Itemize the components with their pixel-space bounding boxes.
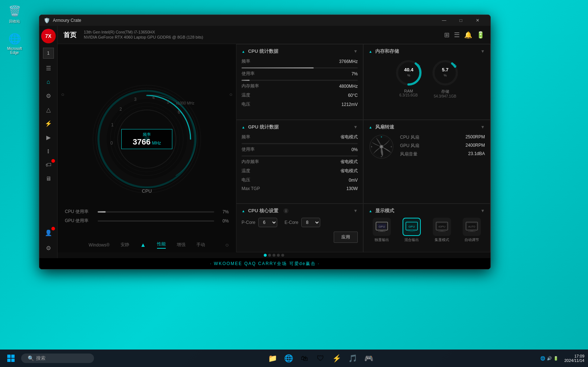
mode-silent[interactable]: 安静 <box>121 242 129 248</box>
cpu-usage-row: CPU 使用率 7% <box>65 209 229 215</box>
taskbar-tray: 🌐 🔊 🔋 17:09 2024/11/14 <box>540 354 584 363</box>
taskbar-app-music[interactable]: 🎵 <box>345 351 360 366</box>
header-icons: ⊞ ☰ 🔔 🔋 <box>444 31 485 39</box>
fan-panel: ▲ 风扇转速 ▼ <box>363 120 490 204</box>
taskbar-search[interactable]: 🔍 搜索 <box>21 354 94 363</box>
svg-rect-56 <box>11 359 15 362</box>
window-controls: — □ ✕ <box>436 15 486 26</box>
fan-stats: CPU 风扇 2500RPM GPU 风扇 2400RPM 风扇音量 <box>400 134 485 159</box>
list-icon[interactable]: ☰ <box>454 31 460 39</box>
minimize-button[interactable]: — <box>436 15 452 26</box>
sidebar-item-menu[interactable]: ☰ <box>41 62 56 75</box>
fan-collapse[interactable]: ▼ <box>481 125 485 130</box>
maximize-button[interactable]: □ <box>452 15 469 26</box>
sidebar-item-lightning[interactable]: ⚡ <box>41 117 56 130</box>
gauge-section: 0 1 2 3 4 5 6 x1000 MHz <box>58 44 236 252</box>
taskbar-app-edge[interactable]: 🌐 <box>281 351 296 366</box>
recycle-bin-icon[interactable]: 🗑️ 回收站 <box>4 4 26 24</box>
mode-selector: Windows® 安静 ▲ 性能 增强 手动 ○ <box>58 241 236 249</box>
display-collapse[interactable]: ▼ <box>481 208 485 213</box>
mode-performance[interactable]: 性能 <box>157 241 166 249</box>
aura-icon: △ <box>46 106 51 113</box>
sidebar-item-user[interactable]: 👤 <box>41 226 56 239</box>
cpu-usage-stat: 使用率 7% <box>242 71 358 77</box>
igpu-icon: iGPU <box>433 218 451 236</box>
svg-rect-53 <box>7 355 11 358</box>
taskbar-app-game[interactable]: 🎮 <box>361 351 376 366</box>
e-core-select[interactable]: 8 4 6 10 12 <box>301 218 320 227</box>
taskbar-app-terminal[interactable]: ⚡ <box>329 351 344 366</box>
hybrid-mode[interactable]: GPU 混合输出 <box>403 218 421 242</box>
notification-icon[interactable]: 🔔 <box>464 31 472 39</box>
svg-text:5.7: 5.7 <box>442 67 448 72</box>
page-dot-5[interactable] <box>281 254 284 257</box>
svg-text:0: 0 <box>110 141 113 146</box>
sidebar-logo[interactable]: 7X <box>41 29 56 43</box>
gpu-usage-bar <box>98 220 214 222</box>
svg-rect-54 <box>11 355 15 358</box>
grid-icon[interactable]: ⊞ <box>444 31 450 39</box>
sidebar-item-home[interactable]: ⌂ <box>41 75 56 88</box>
edge-desktop-icon[interactable]: 🌐 MicrosoftEdge <box>4 31 26 55</box>
sidebar-item-sliders[interactable]: ⫿ <box>41 145 56 158</box>
mode-manual[interactable]: 手动 <box>196 242 205 248</box>
tray-network[interactable]: 🌐 <box>540 356 545 361</box>
storage-gauge: 5.7 % + 存储 54.3/947.1GB <box>431 58 460 98</box>
gpu-stats-title: ▲ GPU 统计数据 ▼ <box>242 124 358 130</box>
sidebar-item-monitor[interactable]: 🖥 <box>41 172 56 185</box>
fan-noise-stat: 风扇音量 23.1dBA <box>400 151 485 157</box>
taskbar-app-store[interactable]: 🛍 <box>297 351 312 366</box>
discrete-mode[interactable]: GPU 独显输出 <box>373 218 391 242</box>
auto-mode[interactable]: AUTO 自动调节 <box>463 218 481 242</box>
desktop-icons: 🗑️ 回收站 🌐 MicrosoftEdge <box>4 4 26 55</box>
apply-button[interactable]: 应用 <box>334 232 358 243</box>
svg-text:GPU: GPU <box>379 225 385 228</box>
taskbar-clock[interactable]: 17:09 2024/11/14 <box>564 354 584 363</box>
close-button[interactable]: ✕ <box>469 15 486 26</box>
core-collapse[interactable]: ▼ <box>353 208 358 213</box>
memory-panel: ▲ 内存和存储 ▼ <box>363 44 490 120</box>
discrete-label: 独显输出 <box>375 237 389 242</box>
mode-windows[interactable]: Windows® <box>89 242 110 248</box>
sidebar-number[interactable]: 1 <box>43 48 54 59</box>
gpu-stats-panel: ▲ GPU 统计数据 ▼ 频率 省电模式 使用率 0% <box>236 120 363 204</box>
tray-battery[interactable]: 🔋 <box>553 356 558 361</box>
tray-volume[interactable]: 🔊 <box>547 356 552 361</box>
sidebar-item-gear[interactable]: ⚙ <box>41 241 56 254</box>
tray-icons: 🌐 🔊 🔋 <box>540 356 558 361</box>
page-dot-4[interactable] <box>277 254 280 257</box>
memory-collapse[interactable]: ▼ <box>481 49 485 54</box>
page-dot-3[interactable] <box>273 254 275 257</box>
page-dot-1[interactable] <box>264 254 267 257</box>
svg-text:40.4: 40.4 <box>404 67 413 72</box>
sidebar-item-aura[interactable]: △ <box>41 103 56 116</box>
svg-rect-50 <box>470 230 473 231</box>
svg-text:%: % <box>407 74 410 77</box>
start-button[interactable] <box>4 351 18 366</box>
sidebar-item-tag[interactable]: 🏷 <box>41 158 56 171</box>
mode-turbo[interactable]: 增强 <box>177 242 185 248</box>
cpu-usage-label: CPU 使用率 <box>65 209 94 215</box>
p-core-select[interactable]: 6 4 8 10 12 <box>258 218 277 227</box>
display-mode-panel: ▲ 显示模式 ▼ <box>363 204 490 252</box>
fan-wheel-graphic <box>369 134 394 159</box>
gpu-voltage: 电压 0mV <box>242 177 358 183</box>
gpu-usage-value: 0% <box>218 218 229 224</box>
sidebar-item-settings[interactable]: ⚙ <box>41 89 56 102</box>
svg-rect-35 <box>380 230 383 231</box>
ram-gauge: 40.4 % + RAM 6.3/15.6GB <box>394 58 423 98</box>
sidebar-item-media[interactable]: ▶ <box>41 131 56 144</box>
igpu-mode[interactable]: iGPU 集显模式 <box>433 218 451 242</box>
gpu-usage-row: GPU 使用率 0% <box>65 218 229 224</box>
cpu-stats-collapse[interactable]: ▼ <box>353 49 358 54</box>
storage-detail: 54.3/947.1GB <box>434 94 456 98</box>
svg-rect-45 <box>440 230 443 231</box>
taskbar-app-explorer[interactable]: 📁 <box>265 351 280 366</box>
cpu-temp: 温度 60°C <box>242 92 358 98</box>
page-dot-2[interactable] <box>268 254 271 257</box>
battery-icon[interactable]: 🔋 <box>477 31 485 39</box>
gpu-stats-collapse[interactable]: ▼ <box>353 125 358 130</box>
taskbar-app-shield[interactable]: 🛡 <box>313 351 328 366</box>
frequency-unit: MHz <box>152 141 161 146</box>
bottom-banner: · WKOOMEE QAQ CARRY全场 可爱de赢击 · <box>39 258 490 269</box>
